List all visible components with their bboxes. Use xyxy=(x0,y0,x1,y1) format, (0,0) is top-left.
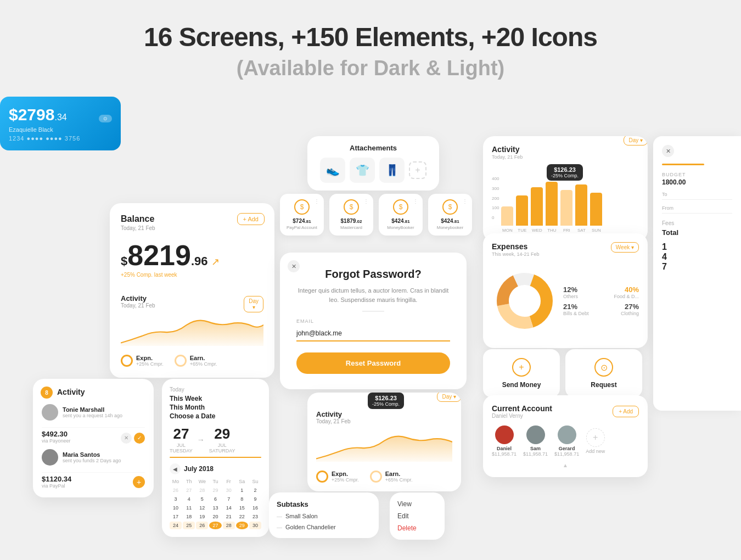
attachment-item-1[interactable]: 👟 xyxy=(320,158,345,183)
chart-tooltip: $126.23 -25% Comp. xyxy=(547,164,583,181)
context-edit[interactable]: Edit xyxy=(397,510,437,522)
forgot-title: Forgot Password? xyxy=(296,268,450,281)
payment-menu-icon[interactable]: ⋮ xyxy=(363,198,369,204)
cal-month-year: July 2018 xyxy=(184,465,214,473)
ca-avatar-3 xyxy=(558,425,576,444)
send-money-label: Send Money xyxy=(492,381,551,389)
rp-budget-value: 1800.00 xyxy=(662,178,732,186)
from-month: Jul xyxy=(170,443,193,448)
payment-name-4: Moneybooker xyxy=(433,225,468,230)
arrow-icon: ↗ xyxy=(211,256,220,268)
earn-icon xyxy=(175,355,187,367)
subtask-text-1: Small Salon xyxy=(285,513,318,519)
current-account-card: Current Account Daniel Verny + Add Danie… xyxy=(483,395,648,477)
payment-amount-3: $424.81 xyxy=(383,218,418,224)
day-filter-button[interactable]: Day ▾ xyxy=(244,296,263,312)
earn-icon-small xyxy=(370,471,382,483)
blue-toggle[interactable]: ⊙ xyxy=(99,115,112,122)
arrow-icon: → xyxy=(197,435,205,444)
rp-budget-label: BUDGET xyxy=(662,172,732,177)
balance-card: Balance Today, 21 Feb + Add $ 8219 .96 ↗… xyxy=(110,203,274,378)
earn-item-small: Earn. +65% Cmpr. xyxy=(370,471,413,483)
attachment-add-button[interactable]: + xyxy=(409,161,426,179)
bar-mon xyxy=(501,206,513,226)
attachment-item-2[interactable]: 👕 xyxy=(350,158,375,183)
expn-icon-small xyxy=(316,471,328,483)
activity-chart xyxy=(121,313,263,346)
blue-card-number: 1234 ●●●● ●●●● 3756 xyxy=(9,135,112,142)
activity-small-date: Today, 21 Feb xyxy=(316,418,351,424)
bar-sat xyxy=(575,184,587,226)
bar-fri xyxy=(560,190,572,226)
right-panel: ✕ BUDGET 1800.00 To From Fees Total 1 4 … xyxy=(653,136,741,411)
activity-item-1: Tonie Marshall sent you a request 14h ag… xyxy=(42,404,145,428)
payment-menu-icon[interactable]: ⋮ xyxy=(413,198,418,204)
forgot-password-card: ✕ Forgot Password? Integer quis dictum t… xyxy=(280,253,467,389)
activity-small-label: Activity xyxy=(316,410,351,418)
send-money-card: + Send Money xyxy=(483,349,560,397)
ca-add-new-button[interactable]: + xyxy=(586,428,605,447)
send-money-icon: + xyxy=(512,358,531,377)
activity-small-day-button[interactable]: Day ▾ xyxy=(437,393,461,402)
person1-via: via Payoneer xyxy=(42,438,71,444)
cal-date-range: 27 Jul TUESDAY → 29 Jul SATURDAY xyxy=(170,425,261,453)
ca-person-1: Daniel $11,958.71 xyxy=(492,425,517,457)
forgot-email-input[interactable] xyxy=(296,326,450,341)
payment-menu-icon[interactable]: ⋮ xyxy=(314,198,319,204)
cal-this-month[interactable]: This Month xyxy=(170,404,261,411)
right-panel-close-button[interactable]: ✕ xyxy=(662,145,674,157)
cal-choose-date[interactable]: Choose a Date xyxy=(170,412,261,420)
blue-balance-card: $2798 .34 ⊙ Ezaquielle Black 1234 ●●●● ●… xyxy=(0,97,121,150)
subtask-item-1: — Small Salon xyxy=(277,513,371,519)
chevron-down-icon: ▲ xyxy=(492,462,639,468)
person1-amount: $492.30 xyxy=(42,430,71,438)
bar-sun xyxy=(590,193,602,226)
forgot-reset-button[interactable]: Reset Password xyxy=(296,352,450,374)
expenses-title: Expenses xyxy=(492,242,540,251)
attachment-items: 👟 👕 👖 + xyxy=(315,158,431,183)
reject-button-1[interactable]: ✕ xyxy=(121,433,132,444)
current-account-title: Current Account xyxy=(492,404,552,413)
attachment-item-3[interactable]: 👖 xyxy=(379,158,405,183)
balance-main-amount: 8219 xyxy=(127,241,191,270)
activity-chart-card: Activity Today, 21 Feb Day ▾ $126.23 -25… xyxy=(483,136,648,242)
ca-avatars: Daniel $11,958.71 Sam $11,958.71 Gerard … xyxy=(492,425,639,457)
add-button-2[interactable]: + xyxy=(133,476,145,488)
payment-row: ⋮ $ $724.81 PayPal Account ⋮ $ $1879.02 … xyxy=(280,194,472,236)
cal-prev-button[interactable]: ◀ xyxy=(170,463,181,474)
activity-chart-day-button[interactable]: Day ▾ xyxy=(624,136,648,145)
activity-chart-title: Activity xyxy=(492,145,523,154)
earn-item: Earn. +65% Cmpr. xyxy=(175,355,217,367)
send-request-row: + Send Money ⊙ Request xyxy=(483,349,642,397)
payment-amount-2: $1879.02 xyxy=(334,218,369,224)
legend-clothing: 27% Clothing xyxy=(621,303,639,316)
forgot-close-button[interactable]: ✕ xyxy=(288,260,300,272)
person2-via: via PayPal xyxy=(42,483,71,489)
payment-name-1: PayPal Account xyxy=(284,225,319,230)
activity-small-tooltip: $126.23 -25% Comp. xyxy=(368,393,404,409)
to-day: 29 xyxy=(209,425,235,443)
activity-item-2: Maria Santos sent you funds 2 Days ago xyxy=(42,449,145,473)
forgot-divider xyxy=(362,311,384,312)
balance-add-button[interactable]: + Add xyxy=(237,213,265,225)
context-view[interactable]: View xyxy=(397,498,437,510)
bar-wed xyxy=(531,187,543,226)
context-delete[interactable]: Delete xyxy=(397,522,437,534)
bar-day-labels: MON TUE WED THU FRI SAT SUN xyxy=(501,228,639,233)
cal-grid: Mo Th We Tu Fr Sa Su 26 27 28 29 30 1 2 … xyxy=(170,479,261,529)
bar-chart xyxy=(501,182,639,226)
current-account-add-button[interactable]: + Add xyxy=(613,406,639,417)
payment-name-3: MoneyBooker xyxy=(383,225,418,230)
payment-menu-icon[interactable]: ⋮ xyxy=(462,198,468,204)
expenses-week-button[interactable]: Week ▾ xyxy=(611,242,639,253)
accept-button-1[interactable]: ✓ xyxy=(134,433,145,444)
attachments-card: Attachements 👟 👕 👖 + xyxy=(307,136,439,191)
balance-cents: .96 xyxy=(191,254,208,268)
request-label: Request xyxy=(574,381,633,389)
rp-to-field: To xyxy=(662,192,732,200)
bar-tue xyxy=(516,195,528,226)
payment-card-3: ⋮ $ $424.81 MoneyBooker xyxy=(379,194,423,236)
cal-this-week[interactable]: This Week xyxy=(170,395,261,402)
blue-cents: .34 xyxy=(54,113,66,122)
payment-card-4: ⋮ $ $424.81 Moneybooker xyxy=(428,194,472,236)
